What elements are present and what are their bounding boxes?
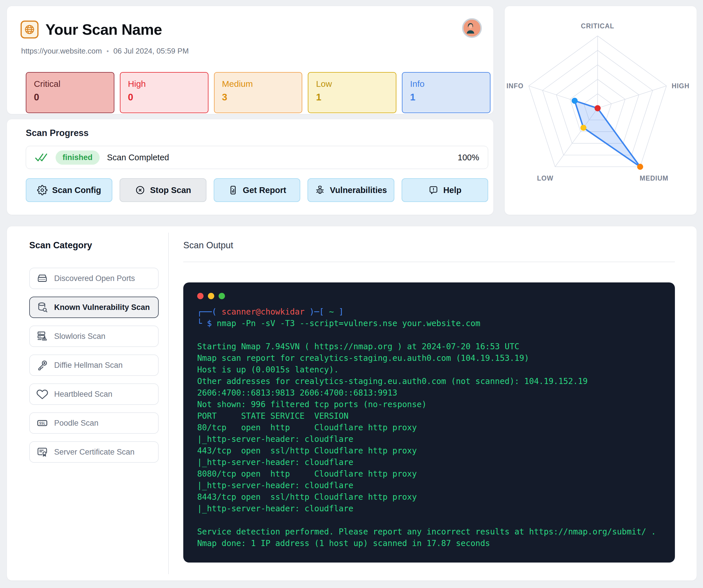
- severity-card-critical: Critical0: [26, 72, 114, 113]
- severity-label: Medium: [222, 79, 295, 89]
- terminal-line: [197, 329, 661, 341]
- globe-icon: [20, 20, 38, 38]
- terminal-line: 80/tcp open http Cloudflare http proxy: [197, 422, 661, 433]
- progress-percent: 100%: [458, 153, 479, 162]
- report-icon: [228, 185, 238, 195]
- scan-progress-card: Scan Progress finished Scan Completed 10…: [7, 119, 494, 215]
- category-item-discovered-open-ports[interactable]: Discovered Open Ports: [29, 268, 159, 289]
- severity-card-high: High0: [120, 72, 209, 113]
- key-icon: [36, 359, 48, 371]
- server-warning-icon: [36, 330, 48, 342]
- category-item-server-certificate-scan[interactable]: Server Certificate Scan: [29, 441, 159, 463]
- category-label: Poodle Scan: [54, 419, 98, 428]
- severity-count: 3: [222, 92, 295, 103]
- severity-count: 1: [410, 92, 482, 103]
- terminal-close-icon[interactable]: [197, 293, 204, 299]
- button-label: Get Report: [243, 185, 286, 195]
- radar-axis-label-medium: MEDIUM: [640, 174, 668, 182]
- page: { "header": { "title": "Your Scan Name",…: [0, 0, 703, 588]
- terminal-line: 443/tcp open ssl/http Cloudflare http pr…: [197, 445, 661, 456]
- terminal-line: PORT STATE SERVICE VERSION: [197, 410, 661, 422]
- radar-axis-line: [598, 86, 667, 108]
- page-title: Your Scan Name: [46, 21, 162, 38]
- terminal-line: Host is up (0.0015s latency).: [197, 364, 661, 375]
- user-avatar[interactable]: [462, 18, 482, 38]
- category-item-slowloris-scan[interactable]: Slowloris Scan: [29, 326, 159, 347]
- vulnerabilities-button[interactable]: Vulnerabilities: [308, 178, 394, 202]
- terminal-prompt-line: ┌──( scanner@chowkidar )─[ ~ ]: [197, 306, 661, 318]
- gear-icon: [37, 185, 48, 195]
- double-check-icon: [35, 153, 48, 162]
- separator-dot: •: [106, 48, 109, 55]
- scan-category-heading: Scan Category: [29, 240, 92, 251]
- severity-card-medium: Medium3: [214, 72, 303, 113]
- scan-category-list: Discovered Open PortsKnown Vulnerability…: [29, 268, 159, 463]
- terminal-line: Service detection performed. Please repo…: [197, 526, 661, 538]
- ssl-icon: SSL: [36, 417, 48, 429]
- category-label: Heartbleed Scan: [54, 390, 112, 399]
- radar-point-critical: [595, 105, 601, 111]
- stop-icon: [135, 185, 145, 195]
- terminal-line: |_http-server-header: cloudflare: [197, 503, 661, 514]
- heart-icon: [36, 388, 48, 400]
- category-label: Slowloris Scan: [54, 332, 105, 341]
- scan-config-button[interactable]: Scan Config: [26, 178, 112, 202]
- terminal-line: Nmap scan report for crealytics-staging.…: [197, 352, 661, 364]
- terminal-maximize-icon[interactable]: [219, 293, 225, 299]
- get-report-button[interactable]: Get Report: [214, 178, 300, 202]
- radar-axis-label-info: INFO: [506, 82, 524, 90]
- terminal-line: Not shown: 996 filtered tcp ports (no-re…: [197, 399, 661, 410]
- radar-axis-label-low: LOW: [537, 174, 554, 182]
- progress-heading: Scan Progress: [26, 128, 89, 138]
- category-label: Server Certificate Scan: [54, 448, 135, 456]
- vertical-divider: [168, 233, 169, 574]
- category-label: Known Vulnerability Scan: [54, 303, 150, 312]
- severity-count: 1: [316, 92, 388, 103]
- scan-results-card: Scan Category Discovered Open PortsKnown…: [7, 226, 697, 581]
- progress-status-row: finished Scan Completed 100%: [26, 146, 488, 169]
- severity-label: Low: [316, 79, 388, 89]
- button-label: Help: [443, 185, 462, 195]
- terminal-line: |_http-server-header: cloudflare: [197, 480, 661, 491]
- scan-timestamp: 06 Jul 2024, 05:59 PM: [113, 47, 189, 56]
- severity-label: Info: [410, 79, 482, 89]
- category-label: Diffie Hellman Scan: [54, 361, 123, 370]
- radar-axis-label-high: HIGH: [672, 82, 690, 90]
- help-icon: [428, 185, 439, 195]
- radar-point-info: [571, 98, 577, 104]
- terminal-line: Starting Nmap 7.94SVN ( https://nmap.org…: [197, 341, 661, 352]
- terminal-traffic-lights: [197, 293, 661, 299]
- button-label: Scan Config: [52, 185, 101, 195]
- severity-label: High: [128, 79, 201, 89]
- category-item-diffie-hellman-scan[interactable]: Diffie Hellman Scan: [29, 354, 159, 376]
- terminal-line: 8080/tcp open http Cloudflare http proxy: [197, 468, 661, 480]
- category-item-known-vulnerability-scan[interactable]: Known Vulnerability Scan: [29, 297, 159, 318]
- button-label: Vulnerabilities: [330, 185, 387, 195]
- terminal-body: ┌──( scanner@chowkidar )─[ ~ ]└ $ nmap -…: [197, 306, 661, 549]
- status-badge: finished: [56, 151, 100, 165]
- terminal-line: |_http-server-header: cloudflare: [197, 456, 661, 468]
- terminal-line: Nmap done: 1 IP address (1 host up) scan…: [197, 538, 661, 549]
- svg-text:SSL: SSL: [40, 421, 46, 425]
- category-item-poodle-scan[interactable]: SSLPoodle Scan: [29, 412, 159, 434]
- radar-data-polygon: [575, 101, 640, 167]
- help-button[interactable]: Help: [402, 178, 488, 202]
- category-item-heartbleed-scan[interactable]: Heartbleed Scan: [29, 384, 159, 405]
- severity-radar-chart: CRITICALHIGHMEDIUMLOWINFO: [505, 6, 697, 215]
- radar-point-low: [580, 125, 587, 131]
- ports-icon: [36, 272, 48, 284]
- stop-scan-button[interactable]: Stop Scan: [120, 178, 206, 202]
- terminal-line: [197, 514, 661, 526]
- severity-count: 0: [34, 92, 106, 103]
- bug-icon: [315, 185, 325, 195]
- scan-output-heading: Scan Output: [183, 240, 233, 251]
- scan-actions: Scan ConfigStop ScanGet ReportVulnerabil…: [26, 178, 488, 202]
- severity-card-low: Low1: [308, 72, 396, 113]
- terminal-line: |_http-server-header: cloudflare: [197, 433, 661, 445]
- severity-radar-card: CRITICALHIGHMEDIUMLOWINFO: [504, 6, 697, 215]
- terminal-minimize-icon[interactable]: [208, 293, 214, 299]
- severity-summary: Critical0High0Medium3Low1Info1: [26, 72, 490, 113]
- scan-url: https://your.website.com: [21, 47, 102, 56]
- terminal-prompt-line: └ $ nmap -Pn -sV -T3 --script=vulners.ns…: [197, 318, 661, 329]
- radar-axis-label-critical: CRITICAL: [581, 22, 614, 30]
